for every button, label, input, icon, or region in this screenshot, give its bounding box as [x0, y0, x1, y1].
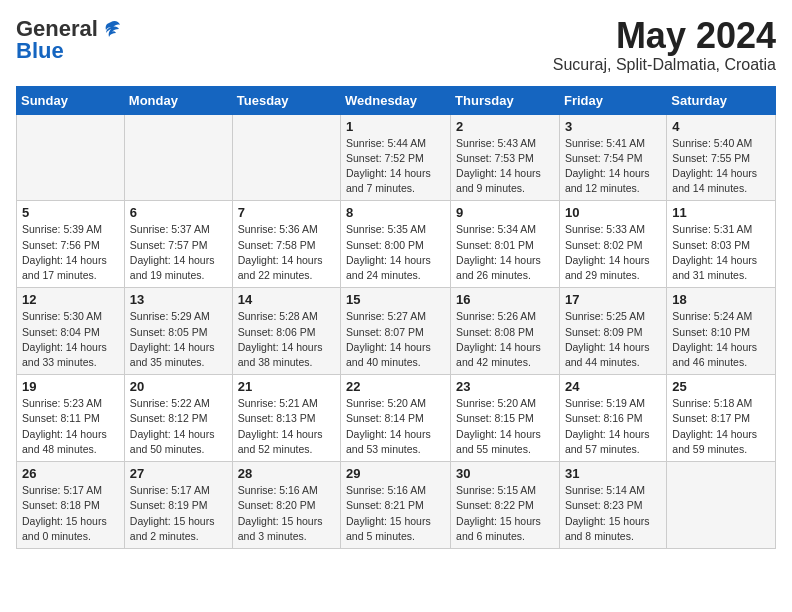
day-number: 30	[456, 466, 554, 481]
month-title: May 2024	[553, 16, 776, 56]
day-info: Sunrise: 5:19 AMSunset: 8:16 PMDaylight:…	[565, 396, 661, 457]
calendar-cell	[124, 114, 232, 201]
day-number: 8	[346, 205, 445, 220]
day-header-saturday: Saturday	[667, 86, 776, 114]
calendar-cell	[17, 114, 125, 201]
day-header-friday: Friday	[559, 86, 666, 114]
calendar-week-row: 19Sunrise: 5:23 AMSunset: 8:11 PMDayligh…	[17, 375, 776, 462]
calendar-cell: 28Sunrise: 5:16 AMSunset: 8:20 PMDayligh…	[232, 462, 340, 549]
day-number: 27	[130, 466, 227, 481]
day-header-monday: Monday	[124, 86, 232, 114]
day-header-tuesday: Tuesday	[232, 86, 340, 114]
day-number: 10	[565, 205, 661, 220]
calendar-cell: 11Sunrise: 5:31 AMSunset: 8:03 PMDayligh…	[667, 201, 776, 288]
day-info: Sunrise: 5:28 AMSunset: 8:06 PMDaylight:…	[238, 309, 335, 370]
day-number: 15	[346, 292, 445, 307]
calendar-cell: 29Sunrise: 5:16 AMSunset: 8:21 PMDayligh…	[341, 462, 451, 549]
day-info: Sunrise: 5:20 AMSunset: 8:14 PMDaylight:…	[346, 396, 445, 457]
day-info: Sunrise: 5:22 AMSunset: 8:12 PMDaylight:…	[130, 396, 227, 457]
day-number: 13	[130, 292, 227, 307]
day-info: Sunrise: 5:36 AMSunset: 7:58 PMDaylight:…	[238, 222, 335, 283]
day-info: Sunrise: 5:21 AMSunset: 8:13 PMDaylight:…	[238, 396, 335, 457]
day-info: Sunrise: 5:16 AMSunset: 8:21 PMDaylight:…	[346, 483, 445, 544]
day-number: 21	[238, 379, 335, 394]
day-number: 19	[22, 379, 119, 394]
day-info: Sunrise: 5:17 AMSunset: 8:19 PMDaylight:…	[130, 483, 227, 544]
calendar-week-row: 12Sunrise: 5:30 AMSunset: 8:04 PMDayligh…	[17, 288, 776, 375]
day-number: 16	[456, 292, 554, 307]
calendar-cell: 13Sunrise: 5:29 AMSunset: 8:05 PMDayligh…	[124, 288, 232, 375]
calendar-cell: 24Sunrise: 5:19 AMSunset: 8:16 PMDayligh…	[559, 375, 666, 462]
calendar-cell: 16Sunrise: 5:26 AMSunset: 8:08 PMDayligh…	[451, 288, 560, 375]
calendar-cell	[667, 462, 776, 549]
day-info: Sunrise: 5:39 AMSunset: 7:56 PMDaylight:…	[22, 222, 119, 283]
calendar-cell: 10Sunrise: 5:33 AMSunset: 8:02 PMDayligh…	[559, 201, 666, 288]
day-number: 14	[238, 292, 335, 307]
calendar-cell: 8Sunrise: 5:35 AMSunset: 8:00 PMDaylight…	[341, 201, 451, 288]
calendar-cell: 6Sunrise: 5:37 AMSunset: 7:57 PMDaylight…	[124, 201, 232, 288]
day-info: Sunrise: 5:34 AMSunset: 8:01 PMDaylight:…	[456, 222, 554, 283]
calendar-cell: 21Sunrise: 5:21 AMSunset: 8:13 PMDayligh…	[232, 375, 340, 462]
day-info: Sunrise: 5:14 AMSunset: 8:23 PMDaylight:…	[565, 483, 661, 544]
calendar-cell: 1Sunrise: 5:44 AMSunset: 7:52 PMDaylight…	[341, 114, 451, 201]
day-info: Sunrise: 5:33 AMSunset: 8:02 PMDaylight:…	[565, 222, 661, 283]
day-number: 9	[456, 205, 554, 220]
day-number: 3	[565, 119, 661, 134]
calendar-cell: 12Sunrise: 5:30 AMSunset: 8:04 PMDayligh…	[17, 288, 125, 375]
day-number: 5	[22, 205, 119, 220]
calendar-table: SundayMondayTuesdayWednesdayThursdayFrid…	[16, 86, 776, 549]
calendar-cell: 7Sunrise: 5:36 AMSunset: 7:58 PMDaylight…	[232, 201, 340, 288]
day-number: 24	[565, 379, 661, 394]
logo-blue-text: Blue	[16, 38, 64, 64]
page-header: General Blue May 2024 Sucuraj, Split-Dal…	[16, 16, 776, 74]
calendar-week-row: 1Sunrise: 5:44 AMSunset: 7:52 PMDaylight…	[17, 114, 776, 201]
logo-bird-icon	[100, 18, 122, 40]
day-info: Sunrise: 5:35 AMSunset: 8:00 PMDaylight:…	[346, 222, 445, 283]
calendar-cell: 18Sunrise: 5:24 AMSunset: 8:10 PMDayligh…	[667, 288, 776, 375]
calendar-cell: 4Sunrise: 5:40 AMSunset: 7:55 PMDaylight…	[667, 114, 776, 201]
location-subtitle: Sucuraj, Split-Dalmatia, Croatia	[553, 56, 776, 74]
calendar-cell: 31Sunrise: 5:14 AMSunset: 8:23 PMDayligh…	[559, 462, 666, 549]
day-number: 29	[346, 466, 445, 481]
calendar-cell: 5Sunrise: 5:39 AMSunset: 7:56 PMDaylight…	[17, 201, 125, 288]
calendar-cell: 25Sunrise: 5:18 AMSunset: 8:17 PMDayligh…	[667, 375, 776, 462]
day-info: Sunrise: 5:24 AMSunset: 8:10 PMDaylight:…	[672, 309, 770, 370]
day-number: 1	[346, 119, 445, 134]
day-number: 28	[238, 466, 335, 481]
day-info: Sunrise: 5:25 AMSunset: 8:09 PMDaylight:…	[565, 309, 661, 370]
calendar-cell: 23Sunrise: 5:20 AMSunset: 8:15 PMDayligh…	[451, 375, 560, 462]
logo: General Blue	[16, 16, 122, 64]
day-info: Sunrise: 5:15 AMSunset: 8:22 PMDaylight:…	[456, 483, 554, 544]
day-number: 22	[346, 379, 445, 394]
calendar-cell: 20Sunrise: 5:22 AMSunset: 8:12 PMDayligh…	[124, 375, 232, 462]
day-info: Sunrise: 5:16 AMSunset: 8:20 PMDaylight:…	[238, 483, 335, 544]
day-number: 26	[22, 466, 119, 481]
day-number: 20	[130, 379, 227, 394]
calendar-cell: 9Sunrise: 5:34 AMSunset: 8:01 PMDaylight…	[451, 201, 560, 288]
day-info: Sunrise: 5:37 AMSunset: 7:57 PMDaylight:…	[130, 222, 227, 283]
calendar-cell	[232, 114, 340, 201]
day-number: 2	[456, 119, 554, 134]
calendar-cell: 17Sunrise: 5:25 AMSunset: 8:09 PMDayligh…	[559, 288, 666, 375]
calendar-header-row: SundayMondayTuesdayWednesdayThursdayFrid…	[17, 86, 776, 114]
calendar-week-row: 26Sunrise: 5:17 AMSunset: 8:18 PMDayligh…	[17, 462, 776, 549]
day-number: 7	[238, 205, 335, 220]
day-info: Sunrise: 5:31 AMSunset: 8:03 PMDaylight:…	[672, 222, 770, 283]
day-info: Sunrise: 5:18 AMSunset: 8:17 PMDaylight:…	[672, 396, 770, 457]
day-info: Sunrise: 5:40 AMSunset: 7:55 PMDaylight:…	[672, 136, 770, 197]
calendar-cell: 19Sunrise: 5:23 AMSunset: 8:11 PMDayligh…	[17, 375, 125, 462]
calendar-week-row: 5Sunrise: 5:39 AMSunset: 7:56 PMDaylight…	[17, 201, 776, 288]
day-number: 31	[565, 466, 661, 481]
day-number: 25	[672, 379, 770, 394]
calendar-cell: 27Sunrise: 5:17 AMSunset: 8:19 PMDayligh…	[124, 462, 232, 549]
calendar-cell: 3Sunrise: 5:41 AMSunset: 7:54 PMDaylight…	[559, 114, 666, 201]
day-info: Sunrise: 5:17 AMSunset: 8:18 PMDaylight:…	[22, 483, 119, 544]
day-number: 4	[672, 119, 770, 134]
calendar-cell: 15Sunrise: 5:27 AMSunset: 8:07 PMDayligh…	[341, 288, 451, 375]
day-info: Sunrise: 5:44 AMSunset: 7:52 PMDaylight:…	[346, 136, 445, 197]
day-info: Sunrise: 5:29 AMSunset: 8:05 PMDaylight:…	[130, 309, 227, 370]
calendar-cell: 2Sunrise: 5:43 AMSunset: 7:53 PMDaylight…	[451, 114, 560, 201]
day-info: Sunrise: 5:41 AMSunset: 7:54 PMDaylight:…	[565, 136, 661, 197]
day-info: Sunrise: 5:23 AMSunset: 8:11 PMDaylight:…	[22, 396, 119, 457]
day-info: Sunrise: 5:30 AMSunset: 8:04 PMDaylight:…	[22, 309, 119, 370]
